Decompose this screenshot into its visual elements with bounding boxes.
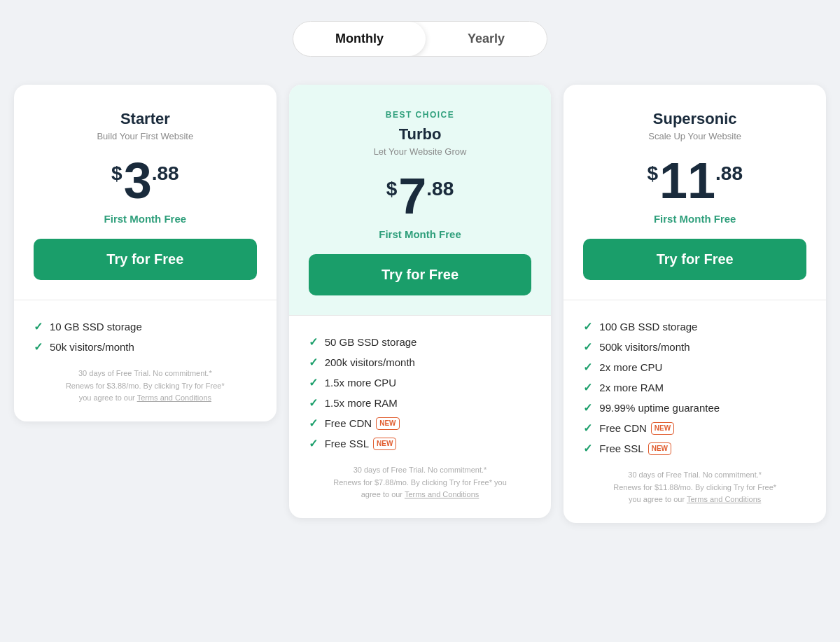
disclaimer-line: Renews for $7.88/mo. By clicking Try for… [333, 478, 507, 487]
new-badge: NEW [376, 417, 399, 430]
price-cents: .88 [715, 162, 743, 185]
feature-item: ✓ 2x more CPU [583, 361, 806, 374]
plan-tagline: Let Your Website Grow [309, 146, 532, 157]
feature-text: 50k visitors/month [50, 341, 134, 353]
price-cents: .88 [152, 162, 179, 185]
new-badge: NEW [648, 442, 671, 455]
feature-text: 200k visitors/month [325, 356, 415, 368]
yearly-toggle-btn[interactable]: Yearly [426, 22, 547, 56]
price-row: $ 7 .88 [309, 171, 532, 221]
feature-item: ✓ 50 GB SSD storage [309, 335, 532, 349]
plan-tagline: Scale Up Your Website [583, 131, 806, 141]
feature-text: 1.5x more CPU [325, 377, 397, 389]
feature-item: ✓ 200k visitors/month [309, 356, 532, 369]
first-month-free: First Month Free [34, 213, 257, 225]
plan-name: Supersonic [583, 110, 806, 128]
terms-link[interactable]: Terms and Conditions [405, 490, 479, 498]
check-icon: ✓ [583, 361, 592, 374]
check-icon: ✓ [309, 335, 318, 349]
check-icon: ✓ [34, 320, 43, 333]
check-icon: ✓ [309, 396, 318, 410]
feature-item: ✓ 1.5x more RAM [309, 396, 532, 410]
disclaimer-line: Renews for $11.88/mo. By clicking Try fo… [613, 483, 776, 491]
card-bottom-turbo: ✓ 50 GB SSD storage ✓ 200k visitors/mont… [289, 316, 552, 518]
best-choice-label: BEST CHOICE [309, 110, 532, 120]
feature-text: 100 GB SSD storage [599, 321, 697, 333]
disclaimer-line: you agree to our Terms and Conditions [629, 495, 761, 503]
card-bottom-supersonic: ✓ 100 GB SSD storage ✓ 500k visitors/mon… [564, 300, 826, 523]
feature-item: ✓ 1.5x more CPU [309, 376, 532, 389]
feature-list: ✓ 50 GB SSD storage ✓ 200k visitors/mont… [309, 335, 532, 450]
terms-link[interactable]: Terms and Conditions [137, 393, 211, 402]
feature-item: ✓ Free CDN NEW [583, 421, 806, 435]
plan-card-supersonic: Supersonic Scale Up Your Website $ 11 .8… [564, 85, 826, 523]
feature-text: 500k visitors/month [599, 341, 690, 353]
price-cents: .88 [426, 178, 454, 200]
check-icon: ✓ [583, 442, 592, 455]
plan-name: Turbo [309, 125, 532, 144]
feature-text: 50 GB SSD storage [325, 336, 417, 348]
check-icon: ✓ [583, 401, 592, 414]
feature-item: ✓ 2x more RAM [583, 381, 806, 394]
price-dollar: $ [111, 162, 122, 185]
card-top-starter: Starter Build Your First Website $ 3 .88… [14, 85, 276, 300]
feature-item: ✓ 100 GB SSD storage [583, 320, 806, 333]
feature-text: Free SSL [325, 438, 369, 449]
check-icon: ✓ [309, 376, 318, 389]
first-month-free: First Month Free [583, 213, 806, 225]
check-icon: ✓ [583, 421, 592, 435]
feature-item: ✓ 500k visitors/month [583, 340, 806, 354]
check-icon: ✓ [309, 417, 318, 430]
check-icon: ✓ [583, 340, 592, 354]
new-badge: NEW [651, 422, 674, 435]
feature-text: 1.5x more RAM [325, 397, 398, 409]
check-icon: ✓ [309, 356, 318, 369]
disclaimer-line: 30 days of Free Trial. No commitment.* [628, 470, 762, 479]
feature-item: ✓ Free SSL NEW [583, 442, 806, 455]
billing-toggle: Monthly Yearly [293, 21, 547, 57]
pricing-cards: Starter Build Your First Website $ 3 .88… [14, 85, 826, 523]
price-dollar: $ [647, 162, 658, 185]
cta-button-turbo[interactable]: Try for Free [309, 254, 532, 295]
feature-text: Free CDN [325, 417, 372, 429]
feature-item: ✓ Free SSL NEW [309, 437, 532, 450]
feature-list: ✓ 10 GB SSD storage ✓ 50k visitors/month [34, 320, 257, 354]
disclaimer-line: agree to our Terms and Conditions [361, 490, 479, 498]
new-badge: NEW [373, 438, 396, 450]
price-dollar: $ [386, 178, 398, 200]
check-icon: ✓ [583, 381, 592, 394]
price-main: 3 [124, 155, 152, 206]
price-main: 7 [398, 171, 426, 221]
feature-text: 2x more CPU [599, 361, 662, 373]
disclaimer-line: 30 days of Free Trial. No commitment.* [78, 369, 212, 377]
monthly-toggle-btn[interactable]: Monthly [293, 22, 426, 56]
feature-item: ✓ 50k visitors/month [34, 340, 257, 354]
feature-list: ✓ 100 GB SSD storage ✓ 500k visitors/mon… [583, 320, 806, 455]
disclaimer-text: 30 days of Free Trial. No commitment.*Re… [583, 469, 806, 506]
feature-item: ✓ 99.99% uptime guarantee [583, 401, 806, 414]
disclaimer-text: 30 days of Free Trial. No commitment.*Re… [309, 464, 532, 501]
feature-item: ✓ Free CDN NEW [309, 417, 532, 430]
plan-name: Starter [34, 110, 257, 128]
feature-item: ✓ 10 GB SSD storage [34, 320, 257, 333]
feature-text: 10 GB SSD storage [50, 321, 142, 333]
cta-button-supersonic[interactable]: Try for Free [583, 239, 806, 280]
disclaimer-text: 30 days of Free Trial. No commitment.*Re… [34, 368, 257, 405]
first-month-free: First Month Free [309, 228, 532, 240]
feature-text: Free SSL [599, 442, 643, 454]
card-top-supersonic: Supersonic Scale Up Your Website $ 11 .8… [564, 85, 826, 300]
cta-button-starter[interactable]: Try for Free [34, 239, 257, 280]
plan-card-turbo: BEST CHOICE Turbo Let Your Website Grow … [289, 85, 552, 518]
feature-text: Free CDN [599, 422, 647, 434]
disclaimer-line: Renews for $3.88/mo. By clicking Try for… [66, 382, 225, 390]
check-icon: ✓ [309, 437, 318, 450]
disclaimer-line: you agree to our Terms and Conditions [79, 393, 211, 402]
terms-link[interactable]: Terms and Conditions [687, 495, 761, 503]
feature-text: 2x more RAM [599, 382, 664, 393]
plan-card-starter: Starter Build Your First Website $ 3 .88… [14, 85, 276, 421]
disclaimer-line: 30 days of Free Trial. No commitment.* [354, 466, 487, 474]
check-icon: ✓ [34, 340, 43, 354]
card-top-turbo: BEST CHOICE Turbo Let Your Website Grow … [289, 85, 552, 315]
plan-tagline: Build Your First Website [34, 131, 257, 141]
price-main: 11 [659, 155, 715, 206]
